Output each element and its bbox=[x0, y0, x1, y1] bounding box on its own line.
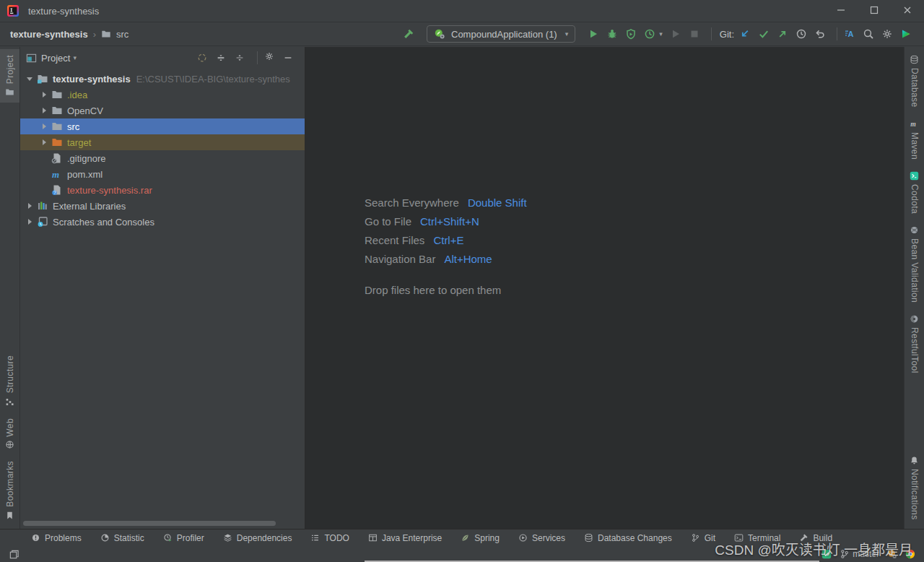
tree-root-texture-synthesis[interactable]: texture-synthesis E:\CSUST\IDEA-BIG\text… bbox=[20, 71, 305, 87]
git-commit-button[interactable] bbox=[754, 25, 773, 43]
close-button[interactable] bbox=[891, 0, 924, 22]
structure-icon bbox=[5, 397, 14, 407]
expand-all-icon bbox=[216, 53, 226, 63]
collapse-all-button[interactable] bbox=[230, 53, 249, 63]
run-with-coverage-button[interactable] bbox=[622, 25, 640, 43]
window-title: texture-synthesis bbox=[28, 6, 99, 17]
tree-expand-chevron[interactable] bbox=[39, 118, 51, 134]
chevron-down-icon[interactable]: ▾ bbox=[73, 54, 77, 61]
tree-expand-chevron[interactable] bbox=[25, 198, 36, 214]
maximize-button[interactable] bbox=[858, 0, 891, 22]
tool-services[interactable]: Services bbox=[509, 529, 575, 546]
run-button[interactable] bbox=[584, 25, 603, 43]
git-push-icon bbox=[777, 28, 788, 40]
folder-icon bbox=[51, 121, 64, 132]
todo-icon bbox=[310, 533, 320, 542]
stop-button-disabled[interactable] bbox=[685, 25, 704, 43]
breadcrumb-separator: › bbox=[93, 29, 96, 40]
branch-icon bbox=[691, 533, 700, 542]
search-icon bbox=[863, 28, 874, 40]
tree-item-src[interactable]: src bbox=[20, 118, 305, 134]
tab-web[interactable]: Web bbox=[0, 412, 19, 456]
tab-bookmarks[interactable]: Bookmarks bbox=[0, 455, 19, 526]
tree-item-pom-xml[interactable]: m pom.xml bbox=[20, 166, 305, 182]
translate-button[interactable]: A bbox=[829, 25, 859, 43]
profiler-icon bbox=[644, 28, 655, 40]
git-push-button[interactable] bbox=[773, 25, 792, 43]
svg-text:m: m bbox=[52, 169, 59, 180]
build-project-button[interactable] bbox=[399, 25, 418, 43]
search-everywhere-button[interactable] bbox=[859, 25, 878, 43]
rollback-button[interactable] bbox=[811, 25, 829, 43]
breadcrumb-project[interactable]: texture-synthesis bbox=[10, 29, 88, 40]
tree-horizontal-scrollbar[interactable] bbox=[23, 521, 276, 526]
profiler-button[interactable]: ▾ bbox=[640, 25, 666, 43]
git-label[interactable]: Git: bbox=[704, 25, 736, 43]
tree-item-opencv[interactable]: OpenCV bbox=[20, 103, 305, 118]
tree-expand-chevron[interactable] bbox=[39, 103, 51, 118]
tool-problems[interactable]: Problems bbox=[22, 529, 91, 546]
git-update-icon bbox=[739, 28, 751, 40]
stop-dim-icon bbox=[689, 28, 700, 40]
rerun-button-disabled[interactable] bbox=[666, 25, 685, 43]
tree-item-external-libraries[interactable]: External Libraries bbox=[20, 198, 305, 214]
tool-dependencies[interactable]: Dependencies bbox=[214, 529, 302, 546]
folder-root-icon bbox=[36, 73, 49, 85]
history-button[interactable] bbox=[792, 25, 811, 43]
tree-expand-chevron[interactable] bbox=[25, 71, 36, 87]
project-panel-title[interactable]: Project bbox=[41, 53, 70, 64]
gear-icon bbox=[881, 28, 893, 40]
shortcut-recent-files: Recent Files Ctrl+E bbox=[365, 234, 527, 253]
restful-icon bbox=[910, 314, 919, 324]
statistic-icon bbox=[100, 533, 110, 542]
play-dim-icon bbox=[670, 28, 681, 40]
tab-maven[interactable]: m Maven bbox=[905, 113, 924, 165]
bell-icon bbox=[910, 456, 919, 465]
editor-empty-area: Search Everywhere Double Shift Go to Fil… bbox=[305, 47, 904, 529]
panel-options-button[interactable] bbox=[249, 51, 279, 64]
tree-item-gitignore[interactable]: .gitignore bbox=[20, 150, 305, 166]
tool-window-layout-icon[interactable] bbox=[9, 549, 19, 560]
tree-expand-chevron[interactable] bbox=[25, 214, 36, 230]
git-update-button[interactable] bbox=[736, 25, 754, 43]
services-icon bbox=[518, 533, 528, 542]
tool-database-changes[interactable]: Database Changes bbox=[575, 529, 681, 546]
select-opened-file-button[interactable] bbox=[193, 53, 212, 63]
expand-all-button[interactable] bbox=[212, 53, 230, 63]
tab-restfultool[interactable]: RestfulTool bbox=[905, 308, 924, 379]
tab-notifications[interactable]: Notifications bbox=[905, 450, 924, 526]
tab-codota[interactable]: Codota bbox=[905, 165, 924, 220]
tree-item-rar[interactable]: ? texture-synthesis.rar bbox=[20, 182, 305, 198]
tree-expand-chevron[interactable] bbox=[39, 87, 51, 103]
tab-bean-validation[interactable]: Bean Validation bbox=[905, 220, 924, 308]
tool-spring[interactable]: Spring bbox=[451, 529, 509, 546]
hide-panel-button[interactable] bbox=[279, 53, 297, 63]
settings-button[interactable] bbox=[878, 25, 897, 43]
plugin-colorful-button[interactable] bbox=[897, 25, 915, 43]
database-icon bbox=[910, 55, 919, 64]
tool-todo[interactable]: TODO bbox=[301, 529, 358, 546]
csdn-watermark: CSDN @吹灭读书灯 一身都是月 bbox=[715, 539, 912, 558]
tree-item-scratches[interactable]: Scratches and Consoles bbox=[20, 214, 305, 230]
tree-expand-chevron[interactable] bbox=[39, 134, 51, 150]
tab-project[interactable]: Project bbox=[0, 49, 19, 103]
breadcrumb-folder[interactable]: src bbox=[116, 29, 128, 40]
win-maximize-icon bbox=[870, 4, 879, 17]
folder-icon bbox=[51, 89, 64, 100]
debug-button[interactable] bbox=[603, 25, 622, 43]
dependencies-icon bbox=[223, 533, 232, 542]
translate-icon: A bbox=[844, 28, 855, 40]
tree-item-idea[interactable]: .idea bbox=[20, 87, 305, 103]
run-configuration-selector[interactable]: CompoundApplication (1) ▾ bbox=[427, 25, 575, 43]
tool-java-enterprise[interactable]: Java Enterprise bbox=[359, 529, 451, 546]
tab-database[interactable]: Database bbox=[905, 49, 924, 113]
svg-text:m: m bbox=[910, 119, 916, 127]
minimize-button[interactable] bbox=[824, 0, 858, 22]
tab-structure[interactable]: Structure bbox=[0, 350, 19, 412]
maven-file-icon: m bbox=[51, 168, 64, 180]
tree-item-target[interactable]: target bbox=[20, 134, 305, 150]
project-panel-header: Project ▾ bbox=[20, 47, 305, 69]
window-controls bbox=[824, 0, 924, 22]
tool-profiler[interactable]: Profiler bbox=[154, 529, 214, 546]
tool-statistic[interactable]: Statistic bbox=[91, 529, 154, 546]
